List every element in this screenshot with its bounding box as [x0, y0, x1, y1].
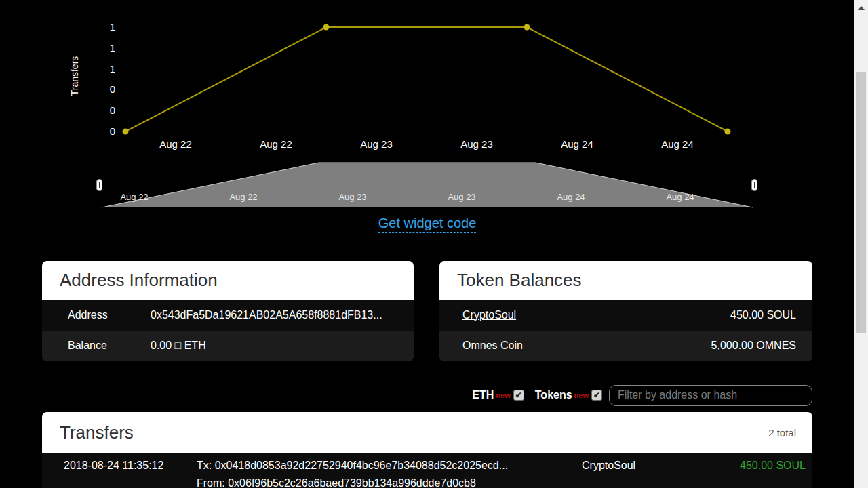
- scrollbar[interactable]: [854, 0, 868, 488]
- balance-row: Balance 0.00 □ ETH: [42, 331, 414, 362]
- navigator-tick-label: Aug 23: [431, 192, 492, 202]
- scroll-up-icon[interactable]: [858, 6, 865, 10]
- address-information-title: Address Information: [60, 270, 218, 291]
- tx-prefix: Tx:: [197, 460, 215, 471]
- transfers-card: Transfers 2 total 2018-08-24 11:35:12 Tx…: [42, 412, 812, 488]
- navigator-right-handle[interactable]: [751, 179, 757, 191]
- transfer-from-address: 0x06f96b5c2c26a6baed739bb134a996ddde7d0c…: [228, 477, 476, 488]
- tokens-checkbox-label: Tokens: [535, 389, 572, 401]
- transfers-header: Transfers 2 total: [42, 412, 812, 453]
- token-row: CryptoSoul 450.00 SOUL: [439, 300, 812, 331]
- navigator-left-handle[interactable]: [96, 179, 102, 191]
- chart-canvas: [0, 0, 854, 211]
- transfer-tx-hash-link[interactable]: 0x0418d0853a92d22752940f4bc96e7b34088d52…: [215, 460, 508, 471]
- from-prefix: From:: [197, 477, 228, 488]
- x-tick-label: Aug 22: [145, 138, 206, 150]
- token-balances-header: Token Balances: [439, 261, 812, 300]
- get-widget-code-link[interactable]: Get widget code: [378, 216, 477, 233]
- token-amount: 5,000.00 OMNES: [711, 340, 796, 352]
- transfers-chart: Transfers 111000 Aug 22Aug 22Aug 23Aug 2…: [0, 0, 854, 211]
- y-tick-label: 0: [81, 125, 115, 137]
- token-balances-card: Token Balances CryptoSoul 450.00 SOUL Om…: [439, 261, 812, 361]
- chart-data-point[interactable]: [323, 24, 330, 30]
- chart-y-axis-label: Transfers: [69, 42, 80, 110]
- transfer-row: 2018-08-24 11:35:12 Tx: 0x0418d0853a92d2…: [42, 453, 812, 488]
- filter-input[interactable]: [609, 385, 812, 406]
- y-tick-label: 0: [81, 83, 115, 95]
- token-row: Omnes Coin 5,000.00 OMNES: [439, 331, 812, 362]
- x-tick-label: Aug 24: [647, 138, 708, 150]
- tokens-checkbox[interactable]: ✔: [591, 390, 602, 401]
- token-amount: 450.00 SOUL: [730, 309, 796, 321]
- x-tick-label: Aug 24: [547, 138, 608, 150]
- transfer-tx: Tx: 0x0418d0853a92d22752940f4bc96e7b3408…: [197, 460, 508, 472]
- y-tick-label: 1: [81, 63, 115, 75]
- address-label: Address: [68, 309, 151, 321]
- chart-data-point[interactable]: [725, 129, 731, 135]
- navigator-tick-label: Aug 24: [650, 192, 711, 202]
- y-tick-label: 1: [81, 21, 115, 33]
- eth-checkbox-label: ETH: [472, 389, 494, 401]
- address-row: Address 0x543dFa5Da19621AB02A5A658f8881d…: [42, 300, 414, 331]
- navigator-tick-label: Aug 22: [104, 192, 165, 202]
- page: Transfers 111000 Aug 22Aug 22Aug 23Aug 2…: [0, 0, 854, 488]
- navigator-tick-label: Aug 24: [540, 192, 601, 202]
- scrollbar-thumb[interactable]: [856, 72, 866, 333]
- address-information-card: Address Information Address 0x543dFa5Da1…: [42, 261, 414, 361]
- navigator-tick-label: Aug 23: [322, 192, 383, 202]
- widget-link-row: Get widget code: [0, 216, 854, 233]
- transfers-total-count: 2 total: [768, 427, 796, 439]
- filter-bar: ETH new ✔ Tokens new ✔: [439, 384, 812, 407]
- x-tick-label: Aug 23: [446, 138, 507, 150]
- address-information-header: Address Information: [42, 261, 414, 300]
- transfer-token-link[interactable]: CryptoSoul: [582, 460, 635, 472]
- y-tick-label: 1: [81, 42, 115, 54]
- chart-line-series: [125, 27, 728, 131]
- address-value: 0x543dFa5Da19621AB02A5A658f8881dFB13...: [151, 309, 382, 321]
- transfer-from: From: 0x06f96b5c2c26a6baed739bb134a996dd…: [197, 477, 476, 488]
- chart-data-point[interactable]: [123, 129, 129, 135]
- tokens-new-badge: new: [574, 391, 589, 399]
- eth-new-badge: new: [496, 391, 510, 399]
- x-tick-label: Aug 23: [346, 138, 407, 150]
- transfer-amount: 450.00 SOUL: [740, 460, 806, 472]
- eth-checkbox[interactable]: ✔: [513, 390, 524, 401]
- transfer-timestamp-link[interactable]: 2018-08-24 11:35:12: [64, 460, 163, 472]
- chart-data-point[interactable]: [524, 24, 530, 30]
- balance-value: 0.00 □ ETH: [151, 340, 206, 352]
- transfers-title: Transfers: [60, 422, 134, 443]
- token-link-omnes-coin[interactable]: Omnes Coin: [462, 340, 523, 352]
- balance-label: Balance: [68, 340, 151, 352]
- token-balances-title: Token Balances: [457, 270, 582, 291]
- x-tick-label: Aug 22: [245, 138, 307, 150]
- token-link-cryptosoul[interactable]: CryptoSoul: [462, 309, 516, 321]
- y-tick-label: 0: [81, 104, 115, 116]
- navigator-tick-label: Aug 22: [213, 192, 274, 202]
